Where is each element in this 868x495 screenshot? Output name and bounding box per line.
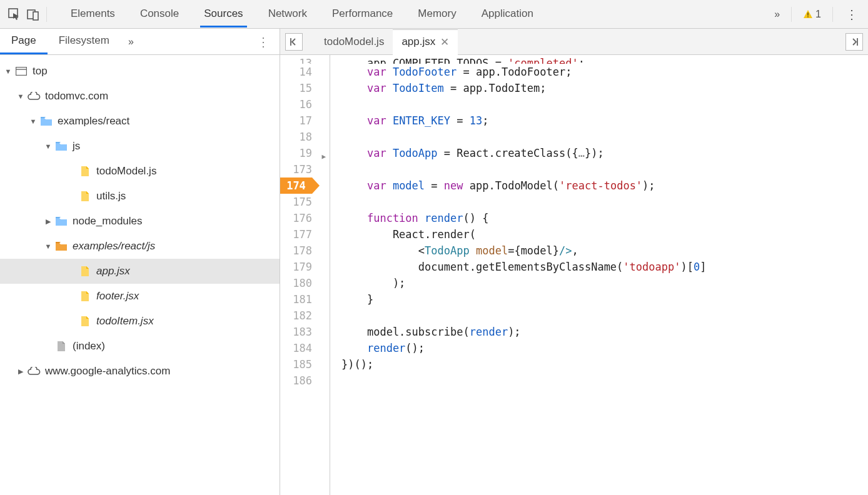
caret-down-icon: ▼ (3, 68, 14, 75)
more-tabs-icon[interactable]: » (770, 9, 784, 20)
tree-file-app-jsx[interactable]: · app.jsx (0, 259, 280, 284)
tree-file-footer-jsx[interactable]: · footer.jsx (0, 284, 280, 309)
tab-application[interactable]: Application (478, 1, 537, 28)
code-editor[interactable]: 13 14 15 16 17 18 19▶ 173 174 175 176 17… (280, 55, 868, 495)
caret-down-icon: ▼ (43, 242, 54, 250)
code-line: render(); (341, 340, 868, 356)
editor-tabbar: todoModel.js app.jsx ✕ (280, 29, 868, 55)
tree-folder-node-modules[interactable]: ▶ node_modules (0, 209, 280, 234)
line-number[interactable]: 16 (280, 96, 312, 112)
editor-tab-todomodel[interactable]: todoModel.js (315, 31, 393, 53)
tree-folder-examples-react-js[interactable]: ▼ examples/react/js (0, 234, 280, 259)
line-number[interactable]: 180 (280, 275, 312, 291)
warning-count: 1 (815, 9, 821, 20)
navigator-tab-filesystem[interactable]: Filesystem (48, 29, 121, 54)
tree-domain-analytics[interactable]: ▶ www.google-analytics.com (0, 359, 280, 384)
tree-label: www.google-analytics.com (45, 365, 170, 378)
file-tree: ▼ top ▼ todomvc.com ▼ examples/react (0, 55, 280, 495)
tab-memory[interactable]: Memory (414, 1, 460, 28)
code-line: React.render( (341, 226, 868, 242)
tab-elements[interactable]: Elements (67, 1, 119, 28)
line-number-label: 174 (286, 179, 306, 192)
tab-console[interactable]: Console (136, 1, 183, 28)
svg-rect-4 (807, 16, 809, 18)
tree-file-index[interactable]: · (index) (0, 334, 280, 359)
file-icon (78, 191, 93, 202)
tree-label: utils.js (96, 190, 126, 202)
tree-frame-top[interactable]: ▼ top (0, 59, 280, 84)
inspect-element-icon[interactable] (5, 5, 24, 24)
tree-label: footer.jsx (96, 290, 139, 302)
editor-pane: todoModel.js app.jsx ✕ 13 14 15 16 17 18… (280, 29, 868, 495)
line-number[interactable]: 184 (280, 340, 312, 356)
tree-label: top (33, 65, 48, 78)
line-number[interactable]: 17 (280, 112, 312, 129)
kebab-menu-icon[interactable]: ⋮ (840, 7, 863, 22)
tree-label: examples/react/js (73, 240, 155, 252)
line-number[interactable]: 186 (280, 372, 312, 389)
file-icon (78, 166, 93, 177)
caret-down-icon: ▼ (15, 92, 26, 100)
tree-domain-todomvc[interactable]: ▼ todomvc.com (0, 84, 280, 109)
line-number[interactable]: 183 (280, 324, 312, 340)
warnings-indicator[interactable]: 1 (799, 9, 825, 20)
tree-folder-js[interactable]: ▼ js (0, 134, 280, 159)
breakpoint-line-number[interactable]: 174 (280, 178, 312, 194)
line-number[interactable]: 18 (280, 129, 312, 145)
line-number[interactable]: 182 (280, 308, 312, 324)
line-number[interactable]: 173 (280, 161, 312, 178)
line-number[interactable]: 15 (280, 80, 312, 96)
svg-rect-2 (33, 12, 38, 20)
folder-icon (39, 116, 54, 126)
code-line: var ENTER_KEY = 13; (341, 112, 868, 129)
editor-tab-label: app.jsx (401, 36, 435, 48)
tab-network[interactable]: Network (265, 1, 311, 28)
folder-icon (54, 216, 69, 226)
tree-label: todomvc.com (45, 90, 108, 102)
svg-rect-5 (16, 68, 27, 76)
navigator-menu-icon[interactable]: ⋮ (251, 34, 276, 49)
cloud-icon (26, 92, 41, 101)
line-gutter[interactable]: 13 14 15 16 17 18 19▶ 173 174 175 176 17… (280, 55, 330, 495)
tree-file-utils[interactable]: · utils.js (0, 184, 280, 209)
code-line: var model = new app.TodoModel('react-tod… (341, 178, 868, 194)
devtools-panel-tabs: Elements Console Sources Network Perform… (67, 1, 770, 28)
code-line: var TodoApp = React.createClass({…}); (341, 145, 868, 161)
code-body[interactable]: app.COMPLETED_TODOS = 'completed'; var T… (330, 55, 868, 495)
tree-folder-examples-react[interactable]: ▼ examples/react (0, 109, 280, 134)
warning-icon (803, 9, 813, 19)
tree-label: app.jsx (96, 265, 130, 278)
line-number[interactable]: 181 (280, 291, 312, 308)
fold-caret-icon[interactable]: ▶ (321, 149, 326, 165)
line-number[interactable]: 14 (280, 64, 312, 80)
tree-file-todomodel[interactable]: · todoModel.js (0, 159, 280, 184)
line-number[interactable]: 177 (280, 226, 312, 242)
device-toggle-icon[interactable] (24, 5, 43, 24)
frame-icon (14, 67, 29, 76)
code-line (341, 129, 868, 145)
code-line: app.COMPLETED_TODOS = 'completed'; (341, 55, 868, 64)
line-number[interactable]: 178 (280, 242, 312, 259)
code-line: ); (341, 275, 868, 291)
line-number[interactable]: 185 (280, 356, 312, 372)
line-number[interactable]: 19▶ (280, 145, 312, 161)
code-line (341, 308, 868, 324)
separator (832, 7, 833, 22)
line-number[interactable]: 176 (280, 210, 312, 226)
code-line (341, 96, 868, 112)
tree-file-todoitem-jsx[interactable]: · todoItem.jsx (0, 309, 280, 334)
code-line (341, 161, 868, 178)
tab-sources[interactable]: Sources (200, 1, 246, 28)
navigator-tab-page[interactable]: Page (0, 29, 48, 54)
line-number[interactable]: 179 (280, 259, 312, 275)
editor-tab-app-jsx[interactable]: app.jsx ✕ (393, 29, 458, 55)
show-debugger-icon[interactable] (845, 33, 863, 51)
close-tab-icon[interactable]: ✕ (440, 36, 449, 49)
line-number[interactable]: 13 (280, 55, 312, 64)
tree-label: todoItem.jsx (96, 315, 154, 328)
tab-performance[interactable]: Performance (328, 1, 396, 28)
line-number[interactable]: 175 (280, 194, 312, 210)
file-icon (54, 341, 69, 352)
show-navigator-icon[interactable] (285, 33, 303, 51)
more-navigator-tabs-icon[interactable]: » (123, 36, 139, 48)
